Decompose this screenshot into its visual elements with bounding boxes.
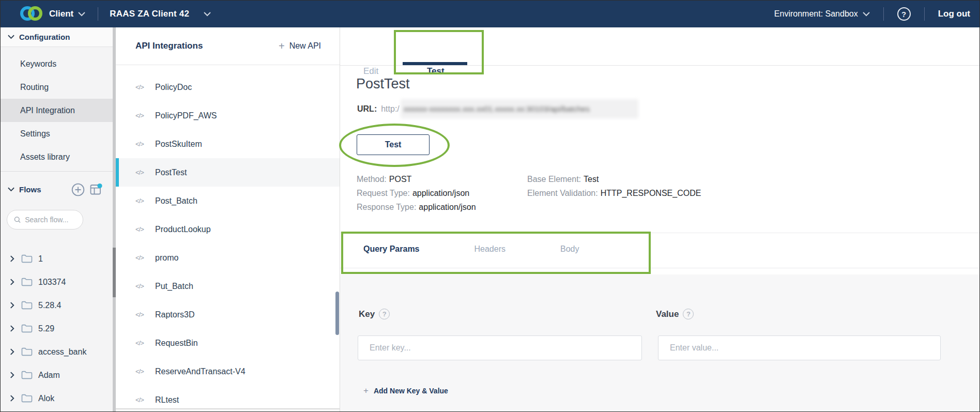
response-type-value: application/json bbox=[419, 203, 476, 211]
help-icon[interactable]: ? bbox=[897, 7, 911, 21]
key-help-icon[interactable]: ? bbox=[379, 309, 390, 319]
logout-button[interactable]: Log out bbox=[938, 9, 970, 19]
new-api-button[interactable]: + New API bbox=[279, 40, 321, 52]
sidebar-divider bbox=[1, 171, 113, 172]
code-icon: </> bbox=[135, 311, 149, 318]
top-bar: Client RAAS ZA Client 42 Environment: Sa… bbox=[1, 1, 979, 27]
api-list-item[interactable]: </> PostSkuItem bbox=[116, 130, 340, 158]
sidebar-item[interactable]: API Integration bbox=[1, 99, 113, 122]
sidebar-item[interactable]: Settings bbox=[1, 122, 113, 145]
sidebar-item[interactable]: Assets library bbox=[1, 145, 113, 169]
flow-folder-row[interactable]: 5.28.4 bbox=[1, 294, 113, 317]
add-flow-button[interactable] bbox=[71, 183, 85, 196]
chevron-down-icon bbox=[8, 187, 14, 192]
api-detail-panel: Edit Test PostTest URL: http:/ xxxxxx-xx… bbox=[340, 27, 980, 412]
chevron-right-icon bbox=[10, 255, 14, 262]
configuration-section-header[interactable]: Configuration bbox=[1, 27, 113, 47]
request-type-value: application/json bbox=[412, 189, 469, 197]
key-input[interactable] bbox=[358, 335, 642, 360]
api-list-header: API Integrations + New API bbox=[116, 27, 340, 65]
element-validation-row: Element Validation:HTTP_RESPONSE_CODE bbox=[527, 186, 701, 200]
api-list-item[interactable]: </> PolicyPDF_AWS bbox=[116, 101, 340, 130]
method-value: POST bbox=[389, 175, 412, 184]
api-item-name: PostSkuItem bbox=[155, 140, 202, 149]
value-field-label: Value ? bbox=[656, 309, 694, 319]
tabs-divider bbox=[340, 65, 980, 66]
api-list-item[interactable]: </> Put_Batch bbox=[116, 272, 340, 300]
plus-icon: + bbox=[363, 386, 369, 396]
request-meta-left: Method:POST Request Type:application/jso… bbox=[357, 172, 476, 214]
flow-search-input[interactable] bbox=[25, 216, 78, 224]
sidebar-item[interactable]: Keywords bbox=[1, 52, 113, 75]
code-icon: </> bbox=[135, 83, 149, 91]
chevron-right-icon bbox=[10, 325, 14, 332]
flow-folder-row[interactable]: Adam bbox=[1, 363, 113, 387]
subtab[interactable]: Headers bbox=[474, 245, 506, 254]
code-icon: </> bbox=[135, 140, 149, 148]
code-icon: </> bbox=[135, 254, 149, 262]
url-label: URL: bbox=[357, 104, 377, 114]
topbar-divider bbox=[883, 7, 884, 21]
chevron-down-icon bbox=[863, 12, 870, 17]
base-element-label: Base Element: bbox=[527, 175, 581, 184]
plus-circle-icon bbox=[71, 183, 85, 196]
flow-folder-row[interactable]: 1 bbox=[1, 247, 113, 270]
flow-folder-row[interactable]: 103374 bbox=[1, 270, 113, 294]
url-redacted-blur: xxxxxx-xxxxxxxx.xxx.xx01.xxxxx.xx:30103/… bbox=[401, 99, 638, 118]
api-item-name: Raptors3D bbox=[155, 310, 194, 319]
api-list: </> PolicyDoc </> PolicyPDF_AWS </> Post… bbox=[116, 73, 340, 412]
api-item-name: Post_Batch bbox=[155, 196, 197, 206]
api-list-item[interactable]: </> ProductLookup bbox=[116, 215, 340, 243]
client-selector[interactable]: RAAS ZA Client 42 bbox=[110, 9, 211, 19]
flow-folder-row[interactable]: access_bank bbox=[1, 340, 113, 363]
query-params-section: Key ? Value ? + Add New Key & Value bbox=[340, 274, 980, 412]
api-list-item[interactable]: </> promo bbox=[116, 243, 340, 272]
configuration-section-label: Configuration bbox=[19, 33, 70, 41]
add-key-value-button[interactable]: + Add New Key & Value bbox=[363, 386, 448, 396]
key-field-label: Key ? bbox=[359, 309, 390, 319]
api-item-name: RequestBin bbox=[155, 339, 198, 348]
chevron-down-icon bbox=[8, 35, 14, 39]
api-list-item[interactable]: </> Post_Batch bbox=[116, 187, 340, 215]
element-validation-value: HTTP_RESPONSE_CODE bbox=[601, 189, 701, 197]
value-help-icon[interactable]: ? bbox=[683, 309, 694, 319]
flow-templates-button[interactable] bbox=[89, 183, 102, 196]
url-row: URL: http:/ xxxxxx-xxxxxxxx.xxx.xx01.xxx… bbox=[357, 99, 638, 118]
api-list-item[interactable]: </> Raptors3D bbox=[116, 300, 340, 329]
api-item-name: RLtest bbox=[155, 395, 179, 405]
api-list-item[interactable]: </> ReserveAndTransact-V4 bbox=[116, 357, 340, 386]
api-list-scrollbar-thumb[interactable] bbox=[335, 292, 339, 335]
code-icon: </> bbox=[135, 282, 149, 290]
chevron-down-icon[interactable] bbox=[78, 12, 85, 17]
api-item-name: ReserveAndTransact-V4 bbox=[155, 367, 246, 376]
folder-icon bbox=[21, 394, 33, 403]
subtab[interactable]: Query Params bbox=[363, 245, 420, 254]
flow-folder-row[interactable]: Alok bbox=[1, 387, 113, 410]
flow-folder-row[interactable]: 5.29 bbox=[1, 317, 113, 340]
code-icon: </> bbox=[135, 197, 149, 205]
folder-name: Adam bbox=[38, 371, 60, 380]
api-list-item[interactable]: </> PolicyDoc bbox=[116, 73, 340, 101]
tab-edit[interactable]: Edit bbox=[363, 66, 378, 77]
topbar-divider bbox=[924, 7, 925, 21]
folder-icon bbox=[21, 324, 33, 333]
method-label: Method: bbox=[357, 175, 387, 184]
tab-test[interactable]: Test bbox=[427, 66, 445, 77]
code-icon: </> bbox=[135, 225, 149, 233]
code-icon: </> bbox=[135, 112, 149, 119]
topbar-divider bbox=[98, 7, 98, 21]
api-item-name: Put_Batch bbox=[155, 282, 193, 291]
flows-section-header[interactable]: Flows bbox=[1, 180, 113, 199]
value-input[interactable] bbox=[658, 335, 941, 360]
sidebar-item[interactable]: Routing bbox=[1, 75, 113, 99]
plus-icon: + bbox=[279, 40, 285, 52]
api-list-item[interactable]: </> PostTest bbox=[116, 158, 340, 187]
test-button[interactable]: Test bbox=[357, 134, 430, 155]
api-item-name: PostTest bbox=[155, 168, 187, 177]
environment-selector[interactable]: Environment: Sandbox bbox=[774, 9, 870, 19]
logo-ring-green bbox=[28, 6, 42, 21]
api-list-item[interactable]: </> RequestBin bbox=[116, 329, 340, 357]
sidebar-item-label: Assets library bbox=[20, 152, 70, 162]
subtab[interactable]: Body bbox=[560, 245, 579, 254]
sidebar-item-label: API Integration bbox=[20, 106, 75, 115]
